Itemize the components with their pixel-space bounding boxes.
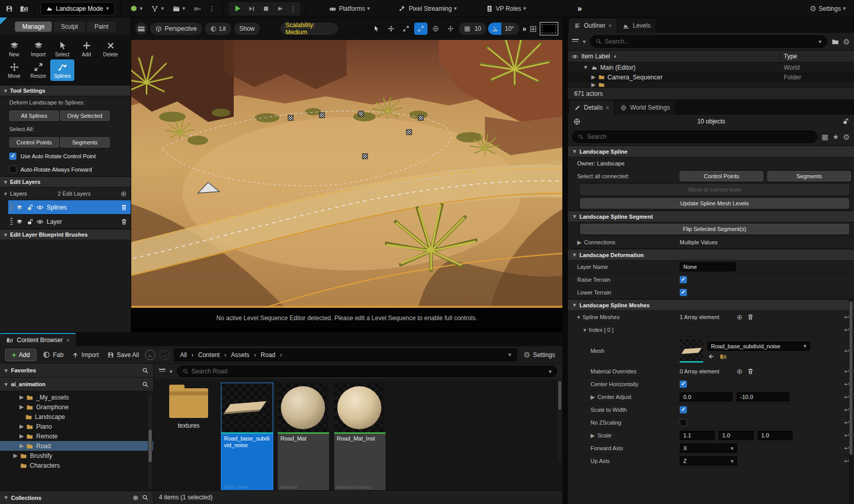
tool-select[interactable]: Select	[50, 38, 74, 59]
center-horizontally-checkbox[interactable]	[680, 381, 687, 388]
scale-z-input[interactable]: 1.0	[758, 431, 792, 440]
viewport-layout-selector[interactable]: ▾	[540, 22, 558, 35]
fab-button[interactable]: Fab	[40, 351, 66, 359]
view-mode-dropdown[interactable]: Lit	[205, 23, 231, 35]
selection-sync-icon[interactable]	[573, 118, 581, 125]
expand-icon[interactable]: ▶	[591, 394, 595, 400]
lower-terrain-checkbox[interactable]	[680, 289, 687, 296]
delete-layer-trash-icon[interactable]	[120, 204, 128, 211]
close-icon[interactable]: ×	[608, 23, 612, 29]
all-splines-button[interactable]: All Splines	[9, 111, 59, 121]
search-icon[interactable]	[142, 494, 149, 501]
add-actor-button[interactable]: ▾	[127, 3, 146, 14]
perspective-dropdown[interactable]: Perspective	[150, 23, 202, 35]
lock-open-icon[interactable]	[26, 204, 33, 211]
close-icon[interactable]: ×	[66, 338, 69, 343]
back-button[interactable]: ←	[145, 350, 155, 360]
eject-button[interactable]	[274, 3, 287, 15]
blueprints-button[interactable]: ▾	[148, 3, 167, 14]
level-viewport[interactable]: Perspective Lit Show Scalability: Medium…	[131, 17, 562, 332]
lock-open-icon[interactable]	[842, 118, 849, 125]
select-tool-icon[interactable]	[370, 23, 383, 35]
asset-view-scrollbar[interactable]	[558, 380, 562, 462]
raise-terrain-checkbox[interactable]	[680, 276, 687, 283]
content-browser-icon[interactable]	[19, 4, 29, 13]
use-selected-asset-icon[interactable]	[707, 353, 715, 360]
update-spline-mesh-levels-button[interactable]: Update Spline Mesh Levels	[580, 198, 849, 208]
mesh-asset-dropdown[interactable]: Road_base_subdivid_noise▾	[707, 342, 810, 351]
stop-button[interactable]	[259, 3, 273, 15]
asset-road-mat[interactable]: Road_Mat Material	[278, 383, 329, 490]
center-adjust-y-input[interactable]: -10.0	[737, 392, 789, 402]
display-options-icon[interactable]: ▦	[822, 133, 828, 140]
expand-icon[interactable]: ▼	[568, 65, 588, 70]
add-collection-icon[interactable]: ⊕	[133, 494, 138, 501]
control-points-button[interactable]: Control Points	[9, 137, 59, 148]
tool-splines[interactable]: Splines	[50, 59, 74, 81]
visibility-column-eye-icon[interactable]	[568, 53, 581, 60]
lock-open-icon[interactable]	[26, 218, 33, 225]
asset-road-mat-inst[interactable]: Road_Mat_Inst Material Instance	[334, 383, 385, 490]
segments-button[interactable]: Segments	[767, 171, 851, 181]
details-settings-gear-icon[interactable]: ⚙	[843, 133, 850, 141]
maximize-viewport-icon[interactable]: ⊞	[530, 25, 537, 33]
tab-outliner[interactable]: Outliner ×	[569, 18, 617, 33]
tree-item-brushify[interactable]: ▶Brushify	[0, 451, 153, 460]
section-spline-segment[interactable]: ▾Landscape Spline Segment	[568, 211, 854, 222]
camera-button[interactable]	[190, 3, 205, 14]
add-layer-icon[interactable]: ⊕	[120, 190, 127, 197]
platforms-dropdown[interactable]: Platforms ▾	[326, 3, 373, 14]
breadcrumb-all[interactable]: All	[180, 351, 187, 359]
asset-folder-textures[interactable]: textures	[161, 383, 216, 490]
collections-header[interactable]: ▾ Collections ⊕	[0, 491, 153, 504]
toolbar-more-chevron-icon[interactable]: »	[522, 25, 526, 33]
breadcrumb-assets[interactable]: Assets	[231, 351, 250, 359]
search-icon[interactable]	[142, 381, 149, 388]
tab-manage[interactable]: Manage	[15, 22, 51, 32]
outliner-row-clipped[interactable]: ▶	[568, 82, 854, 87]
outliner-settings-gear-icon[interactable]: ⚙	[843, 38, 850, 46]
tab-world-settings[interactable]: World Settings	[615, 100, 675, 115]
chevron-down-icon[interactable]: ▾	[170, 369, 173, 374]
section-landscape-deformation[interactable]: ▾Landscape Deformation	[568, 249, 854, 261]
tree-item-piano[interactable]: ▶Piano	[0, 422, 153, 431]
asset-road-base-mesh[interactable]: Road_base_subdivid_noise Static Mesh	[221, 383, 273, 490]
path-dropdown-chevron-icon[interactable]: ▾	[509, 352, 512, 358]
filter-icon[interactable]	[572, 39, 579, 45]
show-dropdown[interactable]: Show	[234, 23, 260, 35]
outliner-search-input[interactable]: Search... ▾	[590, 35, 827, 48]
tab-paint[interactable]: Paint	[87, 22, 115, 32]
section-spline-meshes[interactable]: ▾Landscape Spline Meshes	[568, 299, 854, 311]
viewport-options-menu-icon[interactable]	[135, 23, 147, 35]
only-selected-button[interactable]: Only Selected	[60, 111, 110, 121]
frame-skip-button[interactable]	[245, 3, 258, 15]
scale-to-width-checkbox[interactable]	[680, 406, 687, 413]
pixel-streaming-dropdown[interactable]: Pixel Streaming ▾	[395, 3, 460, 14]
tree-item-my-assets[interactable]: ▶_My_assets	[0, 392, 153, 402]
surface-snap-icon[interactable]	[444, 23, 457, 35]
move-to-current-level-button[interactable]: Move to current level	[580, 184, 849, 195]
column-type[interactable]: Type	[779, 53, 854, 60]
add-element-icon[interactable]: ⊕	[737, 368, 743, 375]
rotation-snap-control[interactable]: 10°	[488, 23, 519, 35]
tool-delete[interactable]: Delete	[98, 38, 123, 59]
content-settings-dropdown[interactable]: ⚙ Settings	[521, 351, 557, 359]
asset-search-input[interactable]: Search Road ▾	[177, 366, 557, 377]
section-landscape-spline[interactable]: ▾Landscape Spline	[568, 145, 854, 157]
breadcrumb-road[interactable]: Road	[261, 351, 276, 359]
tab-details[interactable]: Details ×	[569, 100, 614, 115]
close-icon[interactable]: ×	[606, 105, 609, 111]
favorites-header[interactable]: ▾ Favorites	[0, 364, 153, 377]
layer-row-splines[interactable]: Splines	[8, 200, 131, 215]
tool-settings-header[interactable]: ▾ Tool Settings	[0, 85, 131, 96]
tree-item-road[interactable]: ▶Road	[0, 441, 153, 451]
play-button[interactable]	[231, 3, 244, 15]
center-adjust-x-input[interactable]: 0.0	[680, 392, 733, 402]
tool-move[interactable]: Move	[2, 59, 26, 81]
panel-divider[interactable]	[562, 17, 568, 504]
clear-array-trash-icon[interactable]	[747, 368, 754, 375]
details-search-input[interactable]: Search	[572, 131, 818, 143]
mesh-thumbnail[interactable]	[680, 339, 703, 363]
play-options-dots-icon[interactable]: ⋮	[288, 5, 298, 12]
tool-new[interactable]: New	[2, 38, 26, 59]
